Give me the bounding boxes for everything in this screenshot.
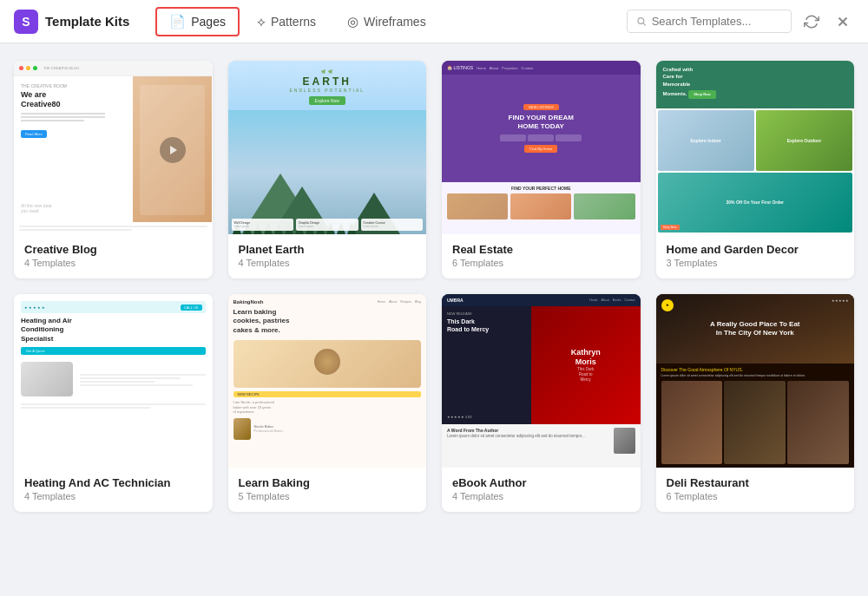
card-title: Learn Baking (239, 476, 417, 489)
card-real-estate[interactable]: 🏠 LISTINGS HomeAboutPropertiesContact NE… (442, 61, 641, 278)
card-thumb-real-estate: 🏠 LISTINGS HomeAboutPropertiesContact NE… (442, 61, 641, 234)
card-sub: 6 Templates (452, 258, 630, 268)
card-info-baking: Learn Baking 5 Templates (228, 468, 427, 512)
card-title: Deli Restaurant (667, 476, 845, 489)
card-thumb-ebook: UMBRA HomeAboutBooksContact NEW RELEASE … (442, 294, 641, 468)
card-title: Planet Earth (239, 243, 417, 256)
svg-line-1 (643, 23, 646, 26)
card-thumb-hvac: ★ ★ ★ ★ ★ CALL US Heating and AirConditi… (14, 294, 213, 468)
card-info-home-garden: Home and Garden Decor 3 Templates (656, 234, 855, 278)
svg-point-0 (638, 18, 644, 24)
cards-grid: THE CREATIVE BLOG THE CREATIVE ROOM We a… (0, 43, 868, 529)
card-sub: 4 Templates (452, 491, 630, 501)
card-thumb-deli: ★ ★★★★★ A Really Good Place To EatIn The… (656, 294, 855, 468)
card-title: Heating And AC Technician (24, 476, 202, 489)
refresh-button[interactable] (800, 10, 823, 33)
card-thumb-baking: BakingNosh Home About Recipes Blog Learn… (228, 294, 427, 468)
logo-area: S Template Kits (14, 10, 129, 34)
search-icon (636, 16, 647, 27)
card-info-ebook: eBook Author 4 Templates (442, 468, 641, 512)
search-box (627, 10, 792, 33)
card-home-garden[interactable]: Crafted withCare forMemorableMoments. Sh… (656, 61, 855, 278)
patterns-icon: ⟡ (257, 14, 266, 29)
card-title: eBook Author (452, 476, 630, 489)
card-sub: 5 Templates (239, 491, 417, 501)
card-info-hvac: Heating And AC Technician 4 Templates (14, 468, 213, 512)
card-info-real-estate: Real Estate 6 Templates (442, 234, 641, 278)
card-info-creative-blog: Creative Blog 4 Templates (14, 234, 213, 278)
card-sub: 4 Templates (239, 258, 417, 268)
card-sub: 4 Templates (24, 258, 202, 268)
tab-patterns[interactable]: ⟡ Patterns (243, 7, 330, 36)
card-title: Real Estate (452, 243, 630, 256)
card-thumb-planet-earth: 🌿 🌿 EARTH ENDLESS POTENTIAL Explore Now … (228, 61, 427, 234)
card-deli[interactable]: ★ ★★★★★ A Really Good Place To EatIn The… (656, 294, 855, 512)
card-ebook[interactable]: UMBRA HomeAboutBooksContact NEW RELEASE … (442, 294, 641, 512)
search-area (627, 10, 854, 33)
nav-tabs: 📄 Pages ⟡ Patterns ◎ Wireframes (155, 7, 439, 36)
card-creative-blog[interactable]: THE CREATIVE BLOG THE CREATIVE ROOM We a… (14, 61, 213, 278)
card-title: Creative Blog (24, 243, 202, 256)
tab-pages[interactable]: 📄 Pages (155, 7, 240, 36)
card-hvac[interactable]: ★ ★ ★ ★ ★ CALL US Heating and AirConditi… (14, 294, 213, 512)
tab-wireframes[interactable]: ◎ Wireframes (333, 7, 440, 36)
card-info-planet-earth: Planet Earth 4 Templates (228, 234, 427, 278)
card-planet-earth[interactable]: 🌿 🌿 EARTH ENDLESS POTENTIAL Explore Now … (228, 61, 427, 278)
close-button[interactable] (832, 10, 854, 33)
wireframes-icon: ◎ (347, 14, 358, 29)
pages-icon: 📄 (169, 14, 186, 29)
app-title: Template Kits (45, 14, 129, 29)
card-info-deli: Deli Restaurant 6 Templates (656, 468, 855, 512)
card-sub: 4 Templates (24, 491, 202, 501)
card-thumb-creative-blog: THE CREATIVE BLOG THE CREATIVE ROOM We a… (14, 61, 213, 234)
header: S Template Kits 📄 Pages ⟡ Patterns ◎ Wir… (0, 0, 868, 43)
card-thumb-home-garden: Crafted withCare forMemorableMoments. Sh… (656, 61, 855, 234)
logo-icon: S (14, 10, 38, 34)
card-baking[interactable]: BakingNosh Home About Recipes Blog Learn… (228, 294, 427, 512)
search-input[interactable] (652, 15, 782, 28)
card-title: Home and Garden Decor (667, 243, 845, 256)
tab-pages-label: Pages (191, 15, 226, 29)
card-sub: 6 Templates (667, 491, 845, 501)
tab-wireframes-label: Wireframes (364, 15, 426, 29)
card-sub: 3 Templates (667, 258, 845, 268)
tab-patterns-label: Patterns (271, 15, 316, 29)
